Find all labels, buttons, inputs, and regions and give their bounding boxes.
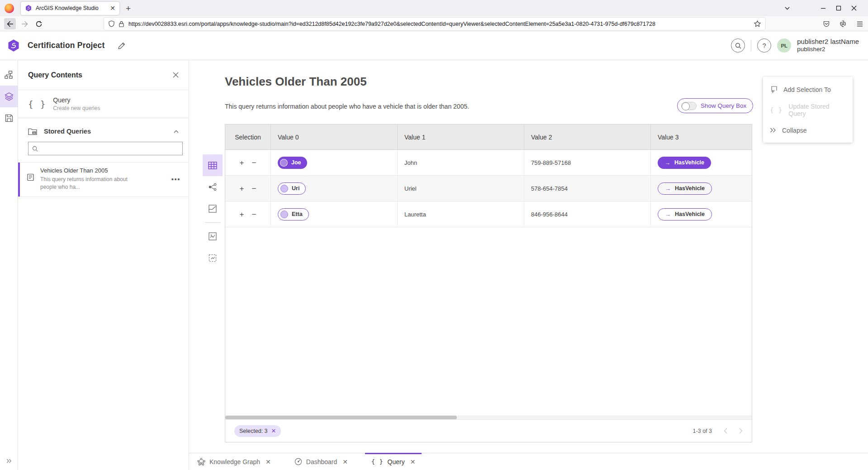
tab-close-button[interactable]: ✕ [410,458,416,465]
list-tabs-chevron-button[interactable] [779,2,795,14]
link-chart-icon [209,183,217,191]
tab-title: ArcGIS Knowledge Studio [36,5,106,11]
show-query-box-toggle[interactable]: Show Query Box [677,98,753,113]
tracking-shield-icon[interactable] [109,20,114,27]
tab-close-button[interactable]: ✕ [110,5,115,11]
layers-icon [5,92,14,101]
address-bar[interactable]: https://dev0028833.esri.com/portal/apps/… [104,18,765,30]
browser-tab-strip: ArcGIS Knowledge Studio ✕ + [0,0,868,16]
search-input[interactable] [41,145,179,152]
tab-dashboard[interactable]: Dashboard ✕ [293,453,350,470]
tab-label: Knowledge Graph [209,458,260,465]
search-icon [32,146,38,152]
avatar[interactable]: PL [777,38,791,53]
stored-queries-search[interactable] [28,142,183,155]
rail-item-save[interactable] [0,107,18,129]
toggle-label: Show Query Box [701,102,746,109]
reload-button[interactable] [33,18,45,29]
dashboard-gauge-icon [294,458,302,465]
rail-item-layers[interactable] [0,86,18,107]
panel-close-button[interactable] [173,72,179,78]
previous-page-button[interactable] [724,428,727,434]
item-overflow-menu-icon[interactable]: ••• [169,175,183,183]
menu-item-add-selection-to[interactable]: Add Selection To [763,79,853,100]
tab-query[interactable]: { } Query ✕ [370,453,417,470]
new-tab-button[interactable]: + [126,4,131,13]
entity-pill[interactable]: Joe [278,157,307,169]
tab-close-button[interactable]: ✕ [266,458,271,465]
forward-button[interactable] [19,18,30,29]
add-selection-button[interactable]: + [240,211,244,218]
pocket-icon[interactable] [821,18,832,29]
query-viewer: Vehicles Older Than 2005 This query retu… [189,60,868,470]
toolbar-divider [205,222,220,223]
arrow-right-icon: → [665,185,671,192]
menu-item-update-stored-query: { } Update Stored Query [763,100,853,120]
query-item-subtitle: Create new queries [53,105,100,111]
rail-item-data-model[interactable] [0,64,18,86]
relationship-pill[interactable]: →HasVehicle [658,157,711,169]
query-contents-panel: Query Contents { } Query Create new quer… [18,60,189,470]
back-button[interactable] [4,18,16,29]
selection-tool-button[interactable] [203,247,223,269]
context-menu: Add Selection To { } Update Stored Query… [763,77,853,143]
horizontal-scrollbar [225,415,752,419]
window-close-button[interactable] [846,2,862,14]
app-header: Certification Project ? PL publisher2 la… [0,31,868,60]
window-minimize-button[interactable] [816,2,831,14]
entity-label: Uri [292,185,299,192]
add-selection-button[interactable]: + [240,159,244,167]
search-button[interactable] [731,38,745,53]
cell-value: Uriel [404,185,417,192]
braces-icon: { } [371,458,383,465]
double-chevron-right-icon [770,128,776,133]
menu-hamburger-icon[interactable] [854,18,866,29]
relationship-pill[interactable]: →HasVehicle [658,182,712,195]
menu-item-label: Update Stored Query [788,103,846,117]
edit-title-button[interactable] [118,42,125,49]
app-logo-icon [7,39,20,53]
map-view-button[interactable] [203,198,223,220]
entity-dot-icon [280,211,288,218]
relationship-pill[interactable]: →HasVehicle [658,208,712,221]
cell-value: John [404,159,417,166]
stored-query-item[interactable]: Vehicles Older Than 2005 This query retu… [18,162,189,197]
remove-selection-button[interactable]: − [252,211,256,218]
clear-selection-button[interactable]: ✕ [271,427,276,434]
menu-item-collapse[interactable]: Collapse [763,120,853,140]
extensions-icon[interactable] [837,18,849,29]
panel-header: Query Contents [18,60,189,90]
firefox-logo-icon [5,4,14,13]
entity-pill[interactable]: Uri [278,182,306,195]
map-icon [209,205,217,213]
add-to-map-button[interactable] [203,225,223,247]
entity-label: Etta [292,211,303,217]
url-text: https://dev0028833.esri.com/portal/apps/… [128,21,750,27]
help-button[interactable]: ? [757,38,771,53]
remove-selection-button[interactable]: − [252,159,256,167]
browser-tab[interactable]: ArcGIS Knowledge Studio ✕ [21,2,119,15]
add-selection-button[interactable]: + [240,185,244,192]
tab-close-button[interactable]: ✕ [342,458,348,465]
lock-icon[interactable] [119,21,124,27]
link-chart-view-button[interactable] [203,176,223,198]
panel-title: Query Contents [28,71,173,79]
new-query-item[interactable]: { } Query Create new queries [18,90,189,118]
table-view-button[interactable] [203,154,223,176]
expand-rail-button[interactable] [0,456,18,466]
bookmark-star-icon[interactable] [754,20,761,27]
column-header-value3: Value 3 [651,125,752,149]
relationship-label: HasVehicle [674,159,704,166]
next-page-button[interactable] [739,428,743,434]
entity-pill[interactable]: Etta [278,208,309,221]
folder-icon [28,127,37,135]
query-title: Vehicles Older Than 2005 [225,75,367,89]
collapse-section-chevron[interactable] [174,130,179,133]
scrollbar-thumb[interactable] [225,416,457,419]
remove-selection-button[interactable]: − [252,185,256,192]
menu-item-label: Collapse [782,127,806,134]
knowledge-graph-icon [197,458,205,466]
window-maximize-button[interactable] [831,2,846,14]
tab-knowledge-graph[interactable]: Knowledge Graph ✕ [195,453,273,470]
toggle-switch-icon[interactable] [681,102,697,110]
